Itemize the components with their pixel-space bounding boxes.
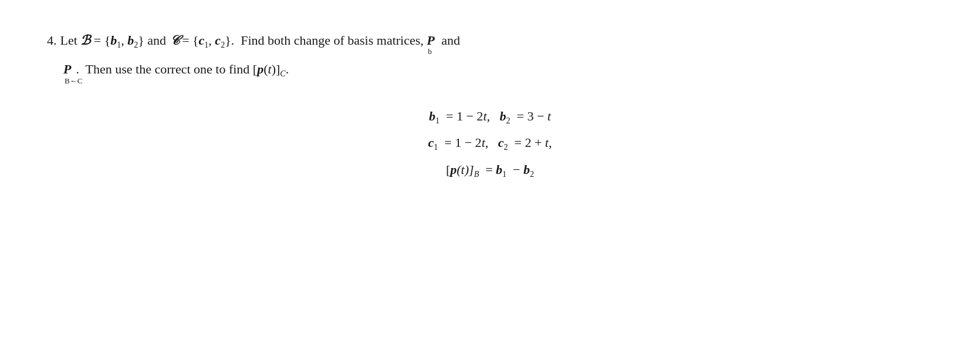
equations-block: b1 = 1 − 2t, b2 = 3 − t c1 = 1 − 2t, c2 … — [47, 109, 933, 179]
equation-1: b1 = 1 − 2t, b2 = 3 − t — [429, 109, 551, 126]
p-sub-b-c: B←C — [65, 75, 82, 88]
p-b-leftarrow-c: P B←C — [63, 58, 71, 80]
p-c-leftarrow-b: P b — [427, 29, 434, 51]
problem-block: 4. Let ℬ = {b1, b2} and 𝒞 = {c1, c2}. Fi… — [47, 29, 933, 85]
problem-line-2: P B←C . Then use the correct one to find… — [47, 58, 933, 85]
equation-2: c1 = 1 − 2t, c2 = 2 + t, — [428, 135, 552, 152]
problem-text-2: . Then use the correct one to find [p(t)… — [76, 58, 289, 81]
eq1-rhs2: = 3 − t — [513, 109, 551, 123]
problem-text-and: and — [438, 29, 460, 51]
eq1-rhs: = 1 − 2t, — [443, 109, 496, 123]
equation-3: [p(t)]B = b1 − b2 — [446, 162, 534, 179]
p-sub-c-b: b — [428, 45, 432, 58]
problem-number: 4. — [47, 29, 57, 51]
problem-line-1: 4. Let ℬ = {b1, b2} and 𝒞 = {c1, c2}. Fi… — [47, 29, 933, 56]
eq2-rhs: = 1 − 2t, — [441, 135, 495, 150]
eq2-rhs2: = 2 + t, — [511, 135, 552, 150]
problem-text-1: Let ℬ = {b1, b2} and 𝒞 = {c1, c2}. Find … — [60, 29, 427, 52]
eq3-minus: − — [510, 162, 523, 177]
page: 4. Let ℬ = {b1, b2} and 𝒞 = {c1, c2}. Fi… — [0, 0, 980, 342]
eq3-equals: = — [482, 162, 496, 177]
